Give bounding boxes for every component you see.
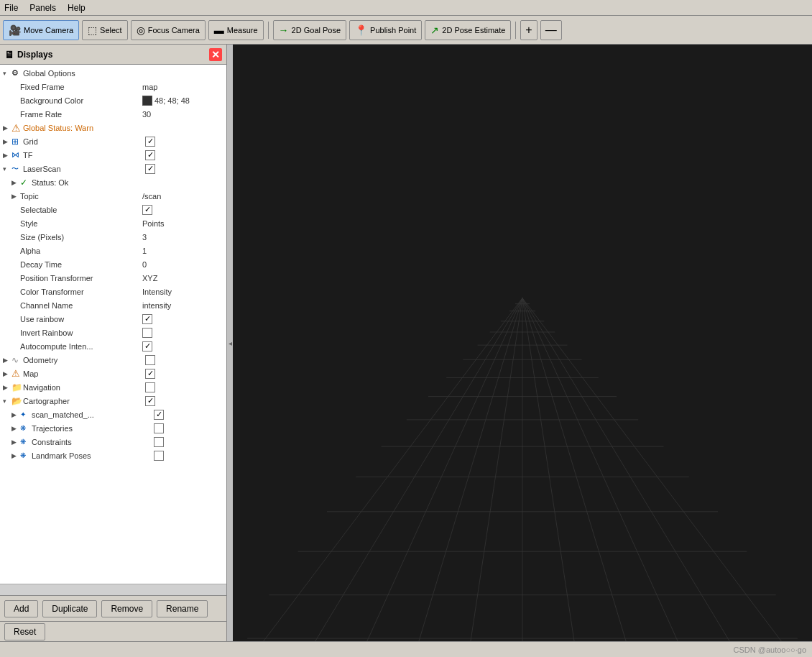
cartographer-visibility-checkbox[interactable] bbox=[145, 396, 155, 406]
landmark-poses-visibility-checkbox[interactable] bbox=[154, 451, 164, 461]
use-rainbow-row[interactable]: Use rainbow bbox=[0, 312, 226, 326]
invert-rainbow-value bbox=[142, 328, 223, 338]
fixed-frame-row[interactable]: Fixed Frame map bbox=[0, 80, 226, 93]
tf-visibility-checkbox[interactable] bbox=[145, 150, 155, 160]
color-swatch bbox=[142, 96, 152, 106]
autocompute-checkbox[interactable] bbox=[142, 341, 152, 352]
invert-rainbow-checkbox[interactable] bbox=[142, 328, 152, 338]
tf-row[interactable]: ▶ ⋈ TF bbox=[0, 148, 226, 162]
3d-viewport[interactable] bbox=[233, 45, 812, 641]
trajectories-arrow: ▶ bbox=[11, 425, 20, 432]
color-transformer-row[interactable]: Color Transformer Intensity bbox=[0, 285, 226, 298]
odometry-icon: ∿ bbox=[11, 355, 23, 365]
tf-arrow: ▶ bbox=[3, 152, 11, 159]
focus-camera-button[interactable]: ◎ Focus Camera bbox=[131, 20, 206, 40]
navigation-label: Navigation bbox=[23, 383, 145, 392]
displays-label: Displays bbox=[17, 50, 52, 60]
tree-panel[interactable]: ▾ ⚙ Global Options Fixed Frame map Backg… bbox=[0, 65, 226, 584]
alpha-row[interactable]: Alpha 1 bbox=[0, 244, 226, 257]
autocompute-value bbox=[142, 341, 223, 352]
measure-button[interactable]: ▬ Measure bbox=[208, 20, 264, 40]
goal-pose-button[interactable]: → 2D Goal Pose bbox=[273, 20, 346, 40]
add-button[interactable]: Add bbox=[4, 600, 38, 617]
publish-point-label: Publish Point bbox=[370, 26, 416, 35]
position-transformer-value: XYZ bbox=[142, 274, 223, 282]
panel-resize-handle[interactable] bbox=[227, 45, 233, 641]
remove-button[interactable]: Remove bbox=[101, 600, 152, 617]
menu-file[interactable]: File bbox=[4, 3, 18, 13]
horizontal-scrollbar[interactable] bbox=[0, 584, 226, 595]
position-transformer-row[interactable]: Position Transformer XYZ bbox=[0, 271, 226, 285]
pose-estimate-button[interactable]: ↗ 2D Pose Estimate bbox=[425, 20, 511, 40]
invert-rainbow-row[interactable]: Invert Rainbow bbox=[0, 326, 226, 339]
use-rainbow-checkbox[interactable] bbox=[142, 314, 152, 324]
duplicate-button[interactable]: Duplicate bbox=[42, 600, 97, 617]
style-row[interactable]: Style Points bbox=[0, 216, 226, 230]
size-pixels-value: 3 bbox=[142, 233, 223, 242]
odometry-row[interactable]: ▶ ∿ Odometry bbox=[0, 353, 226, 367]
navigation-visibility-checkbox[interactable] bbox=[145, 382, 155, 392]
map-arrow: ▶ bbox=[3, 370, 11, 377]
global-options-header[interactable]: ▾ ⚙ Global Options bbox=[0, 66, 226, 80]
menu-panels[interactable]: Panels bbox=[29, 3, 56, 13]
frame-rate-value: 30 bbox=[142, 110, 223, 119]
goal-pose-label: 2D Goal Pose bbox=[292, 26, 341, 35]
trajectories-label: Trajectories bbox=[32, 424, 154, 433]
navigation-row[interactable]: ▶ 📁 Navigation bbox=[0, 380, 226, 394]
global-status-row[interactable]: ▶ ⚠ Global Status: Warn bbox=[0, 121, 226, 134]
move-camera-button[interactable]: 🎥 Move Camera bbox=[3, 20, 79, 40]
alpha-label: Alpha bbox=[20, 247, 142, 255]
grid-visibility-checkbox[interactable] bbox=[145, 137, 155, 147]
decay-time-row[interactable]: Decay Time 0 bbox=[0, 257, 226, 271]
menu-bar: File Panels Help bbox=[0, 0, 812, 16]
rename-button[interactable]: Rename bbox=[157, 600, 208, 617]
frame-rate-row[interactable]: Frame Rate 30 bbox=[0, 107, 226, 121]
displays-close-button[interactable]: ✕ bbox=[209, 48, 222, 61]
size-pixels-row[interactable]: Size (Pixels) 3 bbox=[0, 230, 226, 244]
navigation-arrow: ▶ bbox=[3, 384, 11, 391]
status-ok-icon: ✓ bbox=[20, 178, 32, 188]
odometry-visibility-checkbox[interactable] bbox=[145, 355, 155, 365]
map-checkbox bbox=[145, 369, 223, 379]
reset-bar: Reset bbox=[0, 621, 226, 641]
constraints-visibility-checkbox[interactable] bbox=[154, 437, 164, 447]
grid-row[interactable]: ▶ ⊞ Grid bbox=[0, 134, 226, 148]
navigation-icon: 📁 bbox=[11, 382, 23, 392]
constraints-row[interactable]: ▶ ❋ Constraints bbox=[0, 435, 226, 449]
channel-name-value: intensity bbox=[142, 301, 223, 310]
global-options-icon: ⚙ bbox=[11, 68, 23, 78]
fixed-frame-label: Fixed Frame bbox=[20, 83, 142, 91]
topic-row[interactable]: ▶ Topic /scan bbox=[0, 189, 226, 203]
grid-arrow: ▶ bbox=[3, 138, 11, 145]
laserscan-row[interactable]: ▾ 〜 LaserScan bbox=[0, 162, 226, 175]
constraints-icon: ❋ bbox=[20, 438, 32, 446]
cartographer-row[interactable]: ▾ 📂 Cartographer bbox=[0, 394, 226, 408]
minus-toolbar-button[interactable]: — bbox=[540, 20, 562, 40]
trajectories-visibility-checkbox[interactable] bbox=[154, 423, 164, 433]
selectable-row[interactable]: Selectable bbox=[0, 203, 226, 216]
focus-camera-icon: ◎ bbox=[137, 24, 145, 36]
channel-name-row[interactable]: Channel Name intensity bbox=[0, 298, 226, 312]
background-color-row[interactable]: Background Color 48; 48; 48 bbox=[0, 93, 226, 107]
menu-help[interactable]: Help bbox=[68, 3, 86, 13]
scan-matched-row[interactable]: ▶ ✦ scan_matched_... bbox=[0, 408, 226, 421]
toolbar-separator-1 bbox=[268, 22, 269, 39]
landmark-poses-row[interactable]: ▶ ❋ Landmark Poses bbox=[0, 449, 226, 462]
odometry-arrow: ▶ bbox=[3, 357, 11, 364]
map-row[interactable]: ▶ ⚠ Map bbox=[0, 367, 226, 380]
select-button[interactable]: ⬚ Select bbox=[82, 20, 128, 40]
add-toolbar-button[interactable]: + bbox=[520, 20, 537, 40]
constraints-arrow: ▶ bbox=[11, 438, 20, 446]
laserscan-visibility-checkbox[interactable] bbox=[145, 164, 155, 174]
scan-matched-visibility-checkbox[interactable] bbox=[154, 410, 164, 420]
main-area: 🖥 Displays ✕ ▾ ⚙ Global Options Fixed Fr… bbox=[0, 45, 812, 641]
autocompute-row[interactable]: Autocompute Inten... bbox=[0, 339, 226, 353]
style-value: Points bbox=[142, 219, 223, 228]
selectable-checkbox[interactable] bbox=[142, 205, 152, 215]
trajectories-row[interactable]: ▶ ❋ Trajectories bbox=[0, 421, 226, 435]
publish-point-button[interactable]: 📍 Publish Point bbox=[349, 20, 422, 40]
map-visibility-checkbox[interactable] bbox=[145, 369, 155, 379]
reset-button[interactable]: Reset bbox=[4, 623, 45, 640]
select-label: Select bbox=[100, 26, 122, 35]
scan-icon: ✦ bbox=[20, 410, 32, 418]
